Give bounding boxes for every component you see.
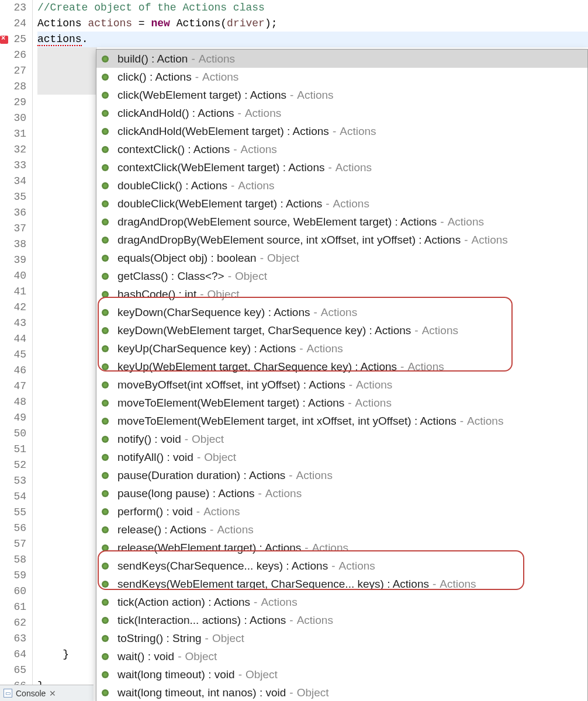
method-icon <box>101 109 109 117</box>
autocomplete-item[interactable]: contextClick() : Actions - Actions <box>96 140 587 158</box>
method-icon <box>101 471 109 480</box>
autocomplete-item[interactable]: perform() : void - Actions <box>96 502 587 520</box>
autocomplete-signature: click(WebElement target) : Actions <box>117 89 286 102</box>
autocomplete-item[interactable]: sendKeys(CharSequence... keys) : Actions… <box>96 557 587 575</box>
autocomplete-item[interactable]: click() : Actions - Actions <box>96 68 587 86</box>
method-icon <box>101 417 109 425</box>
method-icon <box>101 164 109 172</box>
method-icon <box>101 580 109 588</box>
autocomplete-signature: release(WebElement target) : Actions <box>117 542 301 554</box>
line-number: 37 <box>0 221 26 237</box>
autocomplete-popup[interactable]: build() : Action - Actionsclick() : Acti… <box>96 49 588 701</box>
autocomplete-signature: sendKeys(WebElement target, CharSequence… <box>117 578 429 591</box>
autocomplete-item[interactable]: keyDown(CharSequence key) : Actions - Ac… <box>96 303 587 321</box>
autocomplete-item[interactable]: wait(long timeout, int nanos) : void - O… <box>96 683 587 701</box>
autocomplete-signature: pause(Duration duration) : Actions <box>117 469 285 482</box>
autocomplete-item[interactable]: click(WebElement target) : Actions - Act… <box>96 86 587 104</box>
console-tab[interactable]: Console ✕ <box>0 685 94 701</box>
autocomplete-item[interactable]: doubleClick() : Actions - Actions <box>96 176 587 195</box>
autocomplete-item[interactable]: sendKeys(WebElement target, CharSequence… <box>96 575 587 593</box>
autocomplete-source: Actions <box>448 216 484 228</box>
autocomplete-item[interactable]: getClass() : Class<?> - Object <box>96 267 587 285</box>
autocomplete-signature: wait() : void <box>117 650 174 663</box>
autocomplete-item[interactable]: pause(long pause) : Actions - Actions <box>96 484 587 502</box>
autocomplete-item[interactable]: moveByOffset(int xOffset, int yOffset) :… <box>96 376 587 394</box>
method-icon <box>101 453 109 461</box>
autocomplete-source: Object <box>267 252 299 265</box>
autocomplete-item[interactable]: dragAndDrop(WebElement source, WebElemen… <box>96 213 587 231</box>
autocomplete-item[interactable]: pause(Duration duration) : Actions - Act… <box>96 466 587 484</box>
method-icon <box>101 254 109 262</box>
close-icon[interactable]: ✕ <box>49 689 56 698</box>
autocomplete-item[interactable]: tick(Interaction... actions) : Actions -… <box>96 611 587 629</box>
method-icon <box>101 653 109 661</box>
svg-point-63 <box>103 618 107 622</box>
method-icon-wrap <box>101 453 112 461</box>
code-line-24[interactable]: Actions actions = new Actions(driver); <box>37 16 588 32</box>
line-number: 64 <box>0 647 26 662</box>
autocomplete-item[interactable]: keyUp(CharSequence key) : Actions - Acti… <box>96 339 587 358</box>
code-line-25-current[interactable]: actions. <box>37 32 588 47</box>
autocomplete-item[interactable]: equals(Object obj) : boolean - Object <box>96 249 587 267</box>
autocomplete-source: Actions <box>321 306 357 319</box>
autocomplete-item[interactable]: keyUp(WebElement target, CharSequence ke… <box>96 358 587 376</box>
line-number: 45 <box>0 347 26 363</box>
line-number: 56 <box>0 520 26 536</box>
svg-point-41 <box>103 419 107 422</box>
method-icon-wrap <box>101 236 112 244</box>
autocomplete-item[interactable]: wait() : void - Object <box>96 647 587 665</box>
svg-point-45 <box>103 455 107 459</box>
autocomplete-source: Object <box>235 270 267 283</box>
autocomplete-item[interactable]: tick(Action action) : Actions - Actions <box>96 593 587 611</box>
line-number: 29 <box>0 95 26 110</box>
autocomplete-item[interactable]: wait(long timeout) : void - Object <box>96 665 587 683</box>
autocomplete-source: Actions <box>203 505 240 518</box>
autocomplete-item[interactable]: clickAndHold(WebElement target) : Action… <box>96 122 587 140</box>
autocomplete-signature: sendKeys(CharSequence... keys) : Actions <box>117 560 328 572</box>
autocomplete-source: Object <box>245 668 278 681</box>
method-icon <box>101 308 109 317</box>
svg-point-13 <box>103 165 107 169</box>
method-icon <box>101 435 109 443</box>
autocomplete-source: Actions <box>467 415 503 428</box>
autocomplete-item[interactable]: hashCode() : int - Object <box>96 285 587 303</box>
method-icon <box>101 508 109 516</box>
method-icon <box>101 562 109 570</box>
method-icon <box>101 182 109 190</box>
autocomplete-item[interactable]: moveToElement(WebElement target) : Actio… <box>96 394 587 412</box>
autocomplete-item[interactable]: dragAndDropBy(WebElement source, int xOf… <box>96 231 587 249</box>
method-icon-wrap <box>101 55 112 63</box>
autocomplete-item[interactable]: notify() : void - Object <box>96 430 587 448</box>
method-icon <box>101 218 109 226</box>
svg-point-21 <box>103 238 107 241</box>
code-line-23[interactable]: //Create object of the Actions class <box>37 0 588 16</box>
code-editor[interactable]: 2324252627282930313233343536373839404142… <box>0 0 588 701</box>
method-icon-wrap <box>101 308 112 317</box>
autocomplete-item[interactable]: release() : Actions - Actions <box>96 520 587 539</box>
line-number: 31 <box>0 126 26 142</box>
line-number: 40 <box>0 268 26 284</box>
autocomplete-item[interactable]: doubleClick(WebElement target) : Actions… <box>96 195 587 213</box>
svg-point-15 <box>103 183 107 187</box>
autocomplete-item[interactable]: toString() : String - Object <box>96 629 587 647</box>
method-icon-wrap <box>101 91 112 99</box>
autocomplete-signature: wait(long timeout) : void <box>117 668 235 681</box>
method-icon-wrap <box>101 562 112 570</box>
autocomplete-signature: keyDown(WebElement target, CharSequence … <box>117 324 411 337</box>
method-icon <box>101 671 109 679</box>
autocomplete-item[interactable]: contextClick(WebElement target) : Action… <box>96 158 587 176</box>
method-icon-wrap <box>101 653 112 661</box>
autocomplete-item[interactable]: moveToElement(WebElement target, int xOf… <box>96 412 587 430</box>
line-number: 23 <box>0 0 26 16</box>
autocomplete-signature: keyUp(CharSequence key) : Actions <box>117 342 296 355</box>
autocomplete-item[interactable]: clickAndHold() : Actions - Actions <box>96 104 587 122</box>
line-number: 55 <box>0 505 26 520</box>
line-number: 30 <box>0 110 26 126</box>
autocomplete-item[interactable]: build() : Action - Actions <box>96 50 587 68</box>
method-icon-wrap <box>101 689 112 697</box>
autocomplete-item[interactable]: release(WebElement target) : Actions - A… <box>96 539 587 557</box>
line-number: 59 <box>0 568 26 584</box>
autocomplete-item[interactable]: keyDown(WebElement target, CharSequence … <box>96 321 587 339</box>
autocomplete-signature: release() : Actions <box>117 523 206 536</box>
autocomplete-item[interactable]: notifyAll() : void - Object <box>96 448 587 466</box>
